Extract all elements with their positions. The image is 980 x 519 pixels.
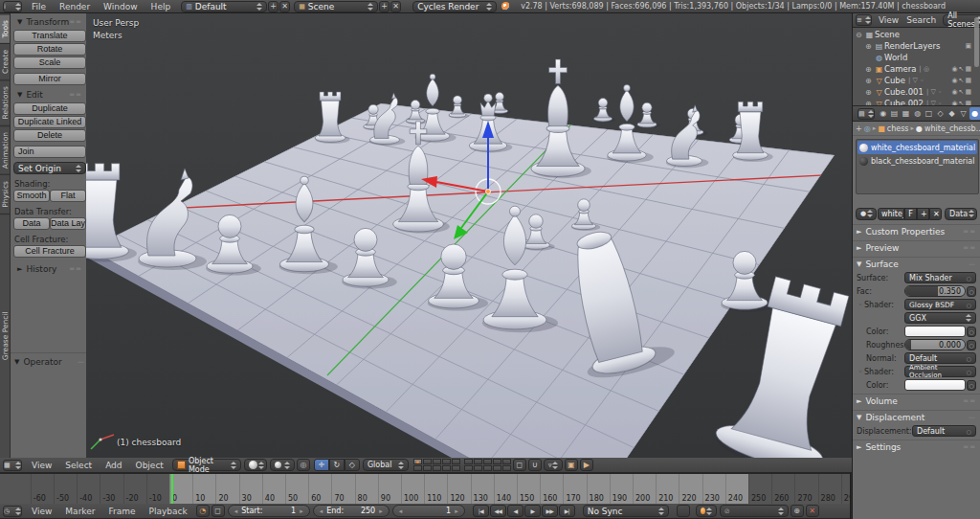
layer-toggle[interactable] <box>433 465 441 471</box>
properties-tab-modifiers-icon[interactable]: ◆ <box>947 107 958 120</box>
current-frame-field[interactable]: ◂1▸ <box>392 505 465 517</box>
layer-toggle[interactable] <box>474 459 482 464</box>
layer-toggle[interactable] <box>493 459 501 464</box>
new-material-button[interactable]: + <box>917 208 929 220</box>
editor-type-3dview-icon[interactable]: ▦ <box>3 460 22 471</box>
delete-layout-button[interactable]: ✕ <box>279 1 290 12</box>
material-slot-item[interactable]: black_chessboard_material <box>858 154 977 168</box>
outliner-search-menu[interactable]: Search <box>902 13 940 27</box>
panel-header-preview[interactable]: ►Preview== <box>853 241 980 255</box>
normal-select[interactable]: Default○ <box>904 352 976 364</box>
material-slot-item[interactable]: white_chessboard_material <box>858 141 977 154</box>
menu-render[interactable]: Render <box>53 0 97 13</box>
pivot-point-select[interactable] <box>270 459 295 471</box>
layer-toggle[interactable] <box>483 459 492 464</box>
unlink-material-button[interactable]: ✕ <box>929 208 942 220</box>
insert-keyframe-icon[interactable]: ⊕ <box>791 505 804 517</box>
outliner-scrollbar[interactable] <box>974 17 979 67</box>
properties-tab-object-icon[interactable]: □ <box>924 107 935 120</box>
delete-keyframe-icon[interactable]: ✕ <box>806 505 819 517</box>
properties-tab-render-icon[interactable]: ◉ <box>878 107 889 120</box>
timeline-view-menu[interactable]: View <box>25 505 58 518</box>
editor-type-timeline-icon[interactable]: ◷ <box>3 506 22 517</box>
restrict-render-icon[interactable]: ▦ <box>965 77 971 84</box>
lock-time-icon[interactable]: ◻ <box>212 505 225 517</box>
jump-to-end-button[interactable]: ▶| <box>559 505 575 517</box>
roughness-slider[interactable]: 0.000 <box>904 339 966 350</box>
outliner-item-cube.001[interactable]: ⊕▽Cube.001| ▽ ◦◉↖▦ <box>853 86 980 98</box>
scene-select[interactable]: ▦ Scene <box>294 1 378 12</box>
menu-help[interactable]: Help <box>145 0 178 13</box>
jump-to-start-button[interactable]: |◀ <box>473 505 489 517</box>
menu-window[interactable]: Window <box>97 0 145 13</box>
properties-tab-object-data-icon[interactable]: ▽ <box>958 107 969 120</box>
properties-tab-world-icon[interactable]: ◍ <box>912 107 924 120</box>
layer-toggle[interactable] <box>423 459 432 464</box>
distribution-select[interactable]: GGX <box>904 312 976 324</box>
menu-file[interactable]: File <box>25 0 53 13</box>
restrict-view-icon[interactable]: ◉ <box>951 88 957 96</box>
expand-icon[interactable]: ⊕ <box>865 88 874 97</box>
properties-tab-constraints-icon[interactable]: ◇ <box>935 107 947 120</box>
layer-toggle[interactable] <box>413 459 422 464</box>
displacement-select[interactable]: Default○ <box>912 425 976 437</box>
view-menu[interactable]: View <box>25 459 58 472</box>
restrict-view-icon[interactable]: ◉ <box>951 77 957 84</box>
render-engine-select[interactable]: Cycles Render <box>412 1 497 12</box>
restrict-render-icon[interactable]: ▦ <box>965 88 971 96</box>
outliner-item-scene[interactable]: ⊖▦Scene <box>853 29 980 40</box>
restrict-select-icon[interactable]: ↖ <box>959 77 965 84</box>
snap-element-select[interactable]: ▿ <box>544 459 563 471</box>
layer-toggle[interactable] <box>423 465 432 471</box>
mode-select[interactable]: Object Mode <box>172 459 241 471</box>
keying-set-select[interactable]: ⊘ <box>720 505 789 517</box>
fake-user-button[interactable]: F <box>904 208 917 220</box>
snap-magnet-icon[interactable]: ∪ <box>528 459 542 471</box>
expand-icon[interactable]: ⊖ <box>856 31 864 39</box>
expand-icon[interactable]: ⊕ <box>865 65 874 74</box>
layer-toggle[interactable] <box>502 459 511 464</box>
add-scene-button[interactable]: + <box>379 1 390 12</box>
editor-type-info-icon[interactable]: i <box>3 1 22 12</box>
render-still-icon[interactable]: ▣ <box>565 459 578 471</box>
layer-toggle[interactable] <box>483 465 492 471</box>
layer-toggle[interactable] <box>413 465 422 471</box>
expand-icon[interactable]: ⊕ <box>865 42 874 51</box>
layer-toggle[interactable] <box>474 465 482 471</box>
proportional-edit-icon[interactable]: ◎ <box>297 459 310 471</box>
browse-material-button[interactable]: ● <box>856 208 877 220</box>
record-button[interactable] <box>677 505 690 517</box>
panel-header-custom-properties[interactable]: ►Custom Properties== <box>853 225 980 238</box>
glossy-color-swatch[interactable] <box>904 326 966 337</box>
add-menu[interactable]: Add <box>99 459 128 472</box>
outliner-item-cube[interactable]: ⊕▽Cube| ▽ ◦◉↖▦ <box>853 75 980 86</box>
properties-tab-render-layers-icon[interactable]: ▤ <box>889 107 901 120</box>
next-keyframe-button[interactable]: ▶▶ <box>542 505 558 517</box>
restrict-select-icon[interactable]: ↖ <box>959 65 965 73</box>
viewport-canvas[interactable]: User Persp Meters (1) chessboard <box>86 13 852 458</box>
end-frame-field[interactable]: ◂End: 250▸ <box>313 505 390 517</box>
layer-toggle[interactable] <box>452 465 460 471</box>
viewport-shading-select[interactable] <box>244 459 267 471</box>
timeline-marker-menu[interactable]: Marker <box>58 505 101 518</box>
layer-toggle[interactable] <box>502 465 511 471</box>
breadcrumb-material[interactable]: white_chessb.. <box>924 124 980 133</box>
pin-icon[interactable]: + <box>856 124 862 133</box>
lock-to-scene-icon[interactable]: ◻ <box>513 459 526 471</box>
restrict-render-icon[interactable]: ▦ <box>965 65 971 73</box>
shader2-select[interactable]: Ambient Occlusion○ <box>904 366 976 377</box>
object-menu[interactable]: Object <box>129 459 170 472</box>
play-reverse-button[interactable]: ◀ <box>507 505 523 517</box>
layer-toggle[interactable] <box>493 465 501 471</box>
layer-toggle[interactable] <box>452 459 460 464</box>
outliner-item-world[interactable]: ◍World <box>853 52 980 63</box>
editor-type-properties-icon[interactable]: ▤ <box>858 108 875 120</box>
panel-header-displacement[interactable]: ▼Displacement— <box>853 411 980 424</box>
timeline-ruler[interactable]: -60-50-40-30-20-100102030405060708090100… <box>0 473 850 504</box>
manipulator-translate-icon[interactable]: ✛ <box>314 459 329 471</box>
material-name-field[interactable]: white_ch <box>878 208 904 220</box>
layer-toggle[interactable] <box>464 465 473 471</box>
layer-toggle[interactable] <box>442 459 451 464</box>
shader1-select[interactable]: Glossy BSDF○ <box>904 299 976 310</box>
layer-toggle[interactable] <box>442 465 451 471</box>
